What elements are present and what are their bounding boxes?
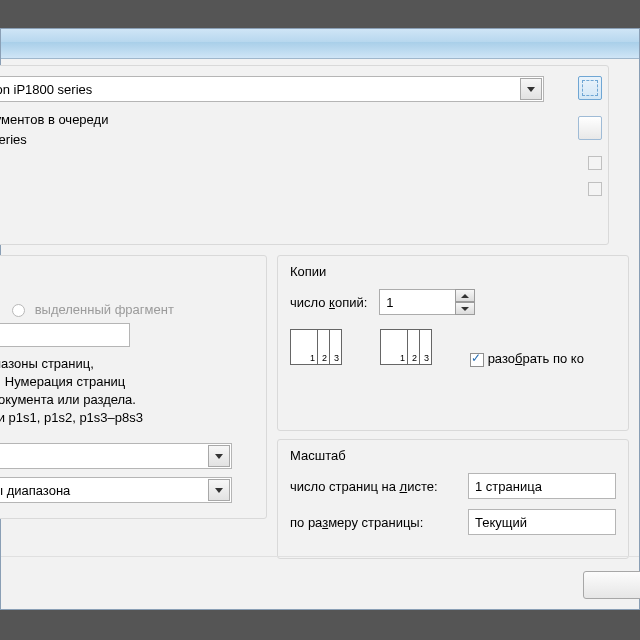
copies-panel: Копии число копий: 1 3 2 1 [277,255,629,431]
side-button-1[interactable] [578,76,602,100]
side-checkbox-2[interactable] [588,180,602,196]
hint-line: ыми. Нумерация страниц [0,373,256,391]
fit-to-page-label: по размеру страницы: [290,515,458,530]
selection-radio [12,304,25,317]
range-combo-2[interactable]: ицы диапазона [0,477,232,503]
window-titlebar[interactable] [1,29,639,59]
separator [1,556,639,557]
dialog-window: anon iP1800 series документов в очереди … [0,28,640,610]
pages-per-sheet-label: число страниц на листе: [290,479,458,494]
hint-line: ла документа или раздела. [0,391,256,409]
printer-model-line: 00 series [0,130,596,150]
printer-panel: anon iP1800 series документов в очереди … [0,65,609,245]
scale-panel: Масштаб число страниц на листе: 1 страни… [277,439,629,559]
printer-select-dropdown-icon[interactable] [520,78,542,100]
range-combo-2-value: ицы диапазона [0,483,70,498]
selection-radio-label: выделенный фрагмент [35,302,174,317]
collate-checkbox[interactable]: разобрать по ко [470,351,584,367]
bottom-button[interactable] [583,571,640,599]
fit-to-page-value: Текущий [475,515,527,530]
hint-line: диапазоны страниц, [0,355,256,373]
chevron-down-icon[interactable] [208,479,230,501]
page-range-hint: диапазоны страниц, ыми. Нумерация страни… [0,355,256,427]
printer-select[interactable]: anon iP1800 series [0,76,544,102]
pages-per-sheet-select[interactable]: 1 страница [468,473,616,499]
page-range-input[interactable] [0,323,130,347]
scale-group-title: Масштаб [290,448,616,463]
page-range-panel: выделенный фрагмент диапазоны страниц, ы… [0,255,267,519]
collate-illustration-2: 3 2 1 [380,329,450,389]
side-checkbox-1[interactable] [588,154,602,170]
copies-group-title: Копии [290,264,616,279]
hint-line: 2 или p1s1, p1s2, p1s3–p8s3 [0,409,256,427]
collate-label: разобрать по ко [488,351,584,366]
spinner-up-icon[interactable] [455,289,475,302]
dialog-content: anon iP1800 series документов в очереди … [1,59,639,609]
copies-count-label: число копий: [290,295,367,310]
chevron-down-icon[interactable] [208,445,230,467]
selection-radio-row: выделенный фрагмент [12,302,256,317]
dashed-inner-icon [582,80,598,96]
collate-illustration-1: 3 2 1 [290,329,360,389]
printer-status-block: документов в очереди 00 series [0,110,596,150]
checkbox-icon [470,353,484,367]
spinner-down-icon[interactable] [455,302,475,315]
range-combo-1[interactable] [0,443,232,469]
fit-to-page-select[interactable]: Текущий [468,509,616,535]
printer-select-value: anon iP1800 series [0,82,92,97]
copies-count-value: 1 [386,295,393,310]
side-button-2[interactable] [578,116,602,140]
printer-status-line: документов в очереди [0,110,596,130]
pages-per-sheet-value: 1 страница [475,479,542,494]
copies-count-input[interactable]: 1 [379,289,475,315]
